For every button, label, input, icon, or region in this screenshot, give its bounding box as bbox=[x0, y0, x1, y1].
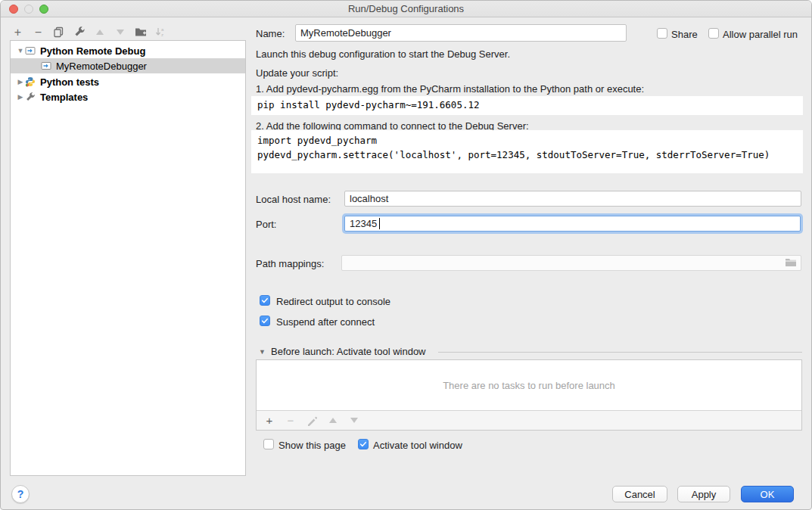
remote-debug-config-icon bbox=[41, 61, 53, 71]
before-launch-tasks-panel: There are no tasks to run before launch … bbox=[256, 359, 802, 431]
python-tests-icon bbox=[25, 76, 37, 87]
share-label: Share bbox=[671, 29, 698, 40]
tree-item-label: MyRemoteDebugger bbox=[56, 61, 147, 72]
settrace-code: import pydevd_pycharm pydevd_pycharm.set… bbox=[251, 130, 803, 173]
settrace-code-line2: pydevd_pycharm.settrace('localhost', por… bbox=[257, 148, 797, 162]
chevron-right-icon[interactable]: ▶ bbox=[16, 78, 25, 86]
add-task-icon[interactable]: + bbox=[263, 415, 275, 427]
update-script-text: Update your script: bbox=[256, 67, 338, 79]
remote-debug-config-icon bbox=[25, 45, 37, 56]
tree-item-templates[interactable]: ▶ Templates bbox=[11, 89, 245, 104]
path-mappings-input[interactable] bbox=[341, 255, 801, 271]
browse-folder-icon[interactable] bbox=[785, 258, 797, 269]
ok-button[interactable]: OK bbox=[741, 486, 794, 502]
before-launch-header: Before launch: Activate tool window bbox=[271, 346, 426, 357]
remove-task-icon[interactable]: − bbox=[285, 415, 297, 427]
no-tasks-text: There are no tasks to run before launch bbox=[257, 360, 801, 410]
local-host-name-label: Local host name: bbox=[256, 194, 331, 205]
add-configuration-icon[interactable]: + bbox=[11, 26, 24, 39]
suspend-after-connect-checkbox[interactable] bbox=[260, 316, 270, 326]
path-mappings-field-wrap bbox=[341, 255, 801, 271]
tree-item-label: Python tests bbox=[40, 76, 99, 88]
show-this-page-checkbox[interactable] bbox=[263, 439, 274, 449]
path-mappings-label: Path mappings: bbox=[256, 258, 324, 269]
configurations-toolbar: + − az bbox=[11, 23, 167, 40]
port-input[interactable] bbox=[344, 216, 801, 232]
move-task-up-icon[interactable] bbox=[327, 415, 339, 427]
name-label: Name: bbox=[256, 28, 285, 39]
tree-item-label: Python Remote Debug bbox=[40, 45, 145, 57]
chevron-down-icon[interactable]: ▼ bbox=[16, 47, 25, 54]
chevron-right-icon[interactable]: ▶ bbox=[16, 93, 25, 101]
remove-configuration-icon[interactable]: − bbox=[32, 26, 45, 39]
redirect-output-checkbox[interactable] bbox=[260, 295, 270, 306]
step1-text: 1. Add pydevd-pycharm.egg from the PyCha… bbox=[256, 83, 644, 95]
port-label: Port: bbox=[256, 219, 276, 230]
before-launch-collapse-icon[interactable]: ▼ bbox=[259, 348, 266, 356]
title-bar: Run/Debug Configurations bbox=[1, 1, 811, 17]
move-task-down-icon[interactable] bbox=[348, 415, 360, 427]
show-this-page-label: Show this page bbox=[278, 440, 346, 451]
redirect-output-label: Redirect output to console bbox=[276, 296, 390, 307]
suspend-after-connect-label: Suspend after connect bbox=[276, 316, 375, 328]
configurations-tree-panel bbox=[10, 40, 246, 476]
settrace-code-line1: import pydevd_pycharm bbox=[257, 133, 797, 148]
sort-alphabetically-icon[interactable]: az bbox=[154, 26, 167, 39]
move-up-icon[interactable] bbox=[93, 26, 106, 39]
move-down-icon[interactable] bbox=[114, 26, 126, 39]
window-title: Run/Debug Configurations bbox=[1, 3, 811, 14]
apply-button[interactable]: Apply bbox=[677, 486, 730, 502]
tasks-toolbar: + − bbox=[257, 410, 801, 430]
text-caret bbox=[379, 218, 380, 229]
share-checkbox[interactable] bbox=[657, 28, 667, 39]
tree-item-label: Templates bbox=[40, 92, 88, 103]
svg-text:z: z bbox=[161, 33, 163, 37]
help-button[interactable]: ? bbox=[11, 485, 30, 503]
tree-item-python-tests[interactable]: ▶ Python tests bbox=[11, 74, 245, 89]
allow-parallel-run-label: Allow parallel run bbox=[723, 29, 798, 40]
new-folder-icon[interactable] bbox=[134, 26, 147, 39]
allow-parallel-run-checkbox[interactable] bbox=[708, 28, 719, 39]
run-debug-configurations-dialog: Run/Debug Configurations + − az ▼ Python… bbox=[0, 0, 812, 510]
intro-text: Launch this debug configuration to start… bbox=[256, 48, 510, 60]
name-input[interactable] bbox=[295, 24, 627, 42]
svg-text:a: a bbox=[161, 27, 164, 32]
activate-tool-window-label: Activate tool window bbox=[373, 440, 462, 451]
templates-wrench-icon bbox=[25, 92, 37, 102]
cancel-button[interactable]: Cancel bbox=[612, 486, 667, 502]
edit-task-pencil-icon[interactable] bbox=[306, 415, 318, 427]
edit-defaults-wrench-icon[interactable] bbox=[73, 26, 86, 39]
tree-item-python-remote-debug[interactable]: ▼ Python Remote Debug bbox=[11, 43, 245, 58]
activate-tool-window-checkbox[interactable] bbox=[358, 439, 369, 449]
before-launch-divider bbox=[438, 352, 802, 353]
local-host-name-input[interactable] bbox=[344, 191, 801, 207]
copy-configuration-icon[interactable] bbox=[52, 26, 65, 39]
tree-item-myremotedebugger[interactable]: MyRemoteDebugger bbox=[11, 58, 245, 73]
pip-install-code: pip install pydevd-pycharm~=191.6605.12 bbox=[251, 96, 803, 115]
